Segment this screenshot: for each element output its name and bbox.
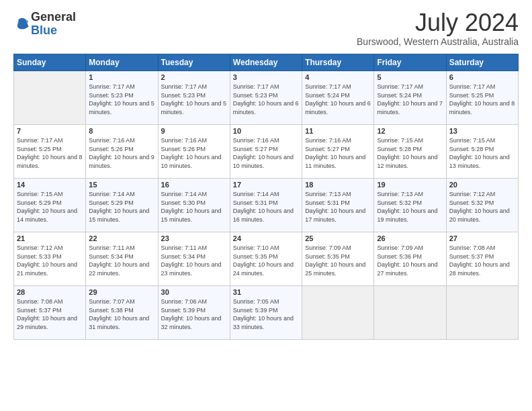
day-info: Sunrise: 7:10 AMSunset: 5:35 PMDaylight:…	[233, 244, 294, 277]
month-title: July 2024	[357, 11, 519, 35]
calendar-table: SundayMondayTuesdayWednesdayThursdayFrid…	[13, 54, 519, 340]
day-info: Sunrise: 7:13 AMSunset: 5:32 PMDaylight:…	[377, 191, 437, 223]
day-info: Sunrise: 7:17 AMSunset: 5:23 PMDaylight:…	[161, 83, 227, 116]
day-info: Sunrise: 7:14 AMSunset: 5:30 PMDaylight:…	[161, 191, 222, 223]
calendar-week-row: 28Sunrise: 7:08 AMSunset: 5:37 PMDayligh…	[14, 286, 519, 340]
day-number: 2	[161, 73, 227, 81]
calendar-cell: 20Sunrise: 7:12 AMSunset: 5:32 PMDayligh…	[446, 179, 518, 232]
day-info: Sunrise: 7:08 AMSunset: 5:37 PMDaylight:…	[449, 244, 510, 277]
day-info: Sunrise: 7:13 AMSunset: 5:31 PMDaylight:…	[305, 191, 365, 223]
calendar-week-row: 21Sunrise: 7:12 AMSunset: 5:33 PMDayligh…	[14, 232, 519, 286]
day-number: 7	[17, 127, 83, 135]
day-info: Sunrise: 7:17 AMSunset: 5:24 PMDaylight:…	[377, 83, 443, 116]
calendar-cell: 14Sunrise: 7:15 AMSunset: 5:29 PMDayligh…	[14, 179, 86, 232]
calendar-cell: 19Sunrise: 7:13 AMSunset: 5:32 PMDayligh…	[374, 179, 446, 232]
calendar-cell: 24Sunrise: 7:10 AMSunset: 5:35 PMDayligh…	[230, 232, 302, 286]
day-number: 1	[89, 73, 154, 81]
day-info: Sunrise: 7:16 AMSunset: 5:27 PMDaylight:…	[233, 137, 294, 169]
day-number: 13	[449, 127, 515, 135]
title-block: July 2024 Burswood, Western Australia, A…	[357, 11, 519, 47]
logo: General Blue	[13, 11, 76, 38]
day-number: 25	[305, 234, 371, 242]
calendar-cell: 2Sunrise: 7:17 AMSunset: 5:23 PMDaylight…	[158, 71, 230, 125]
calendar-cell: 7Sunrise: 7:17 AMSunset: 5:25 PMDaylight…	[14, 125, 86, 179]
calendar-cell: 26Sunrise: 7:09 AMSunset: 5:36 PMDayligh…	[374, 232, 446, 286]
calendar-cell: 3Sunrise: 7:17 AMSunset: 5:23 PMDaylight…	[230, 71, 302, 125]
day-info: Sunrise: 7:17 AMSunset: 5:25 PMDaylight:…	[17, 137, 83, 169]
calendar-cell: 25Sunrise: 7:09 AMSunset: 5:35 PMDayligh…	[302, 232, 374, 286]
day-header-tuesday: Tuesday	[158, 54, 230, 71]
day-number: 5	[377, 73, 443, 81]
day-info: Sunrise: 7:09 AMSunset: 5:36 PMDaylight:…	[377, 244, 437, 277]
day-info: Sunrise: 7:17 AMSunset: 5:23 PMDaylight:…	[233, 83, 299, 116]
day-info: Sunrise: 7:16 AMSunset: 5:26 PMDaylight:…	[161, 137, 222, 169]
day-number: 3	[233, 73, 299, 81]
calendar-cell: 5Sunrise: 7:17 AMSunset: 5:24 PMDaylight…	[374, 71, 446, 125]
day-number: 14	[17, 181, 83, 189]
day-number: 20	[449, 181, 515, 189]
day-number: 11	[305, 127, 371, 135]
logo-general-text: General	[31, 10, 76, 24]
day-header-monday: Monday	[86, 54, 158, 71]
day-info: Sunrise: 7:05 AMSunset: 5:39 PMDaylight:…	[233, 298, 294, 330]
day-info: Sunrise: 7:14 AMSunset: 5:31 PMDaylight:…	[233, 191, 294, 223]
day-header-saturday: Saturday	[446, 54, 518, 71]
day-info: Sunrise: 7:07 AMSunset: 5:38 PMDaylight:…	[89, 298, 149, 330]
day-number: 23	[161, 234, 227, 242]
day-number: 10	[233, 127, 299, 135]
calendar-week-row: 7Sunrise: 7:17 AMSunset: 5:25 PMDaylight…	[14, 125, 519, 179]
day-info: Sunrise: 7:12 AMSunset: 5:33 PMDaylight:…	[17, 244, 77, 277]
calendar-cell	[374, 286, 446, 340]
day-info: Sunrise: 7:15 AMSunset: 5:28 PMDaylight:…	[377, 137, 437, 169]
day-info: Sunrise: 7:11 AMSunset: 5:34 PMDaylight:…	[89, 244, 149, 277]
page-header: General Blue July 2024 Burswood, Western…	[13, 11, 519, 47]
calendar-cell: 6Sunrise: 7:17 AMSunset: 5:25 PMDaylight…	[446, 71, 518, 125]
calendar-cell: 30Sunrise: 7:06 AMSunset: 5:39 PMDayligh…	[158, 286, 230, 340]
day-info: Sunrise: 7:17 AMSunset: 5:25 PMDaylight:…	[449, 83, 515, 116]
calendar-cell	[302, 286, 374, 340]
calendar-week-row: 14Sunrise: 7:15 AMSunset: 5:29 PMDayligh…	[14, 179, 519, 232]
day-number: 27	[449, 234, 515, 242]
day-number: 21	[17, 234, 83, 242]
day-number: 30	[161, 288, 227, 296]
calendar-cell: 29Sunrise: 7:07 AMSunset: 5:38 PMDayligh…	[86, 286, 158, 340]
day-info: Sunrise: 7:11 AMSunset: 5:34 PMDaylight:…	[161, 244, 222, 277]
calendar-cell: 13Sunrise: 7:15 AMSunset: 5:28 PMDayligh…	[446, 125, 518, 179]
day-number: 31	[233, 288, 299, 296]
day-info: Sunrise: 7:06 AMSunset: 5:39 PMDaylight:…	[161, 298, 222, 330]
day-header-friday: Friday	[374, 54, 446, 71]
day-info: Sunrise: 7:16 AMSunset: 5:27 PMDaylight:…	[305, 137, 365, 169]
day-info: Sunrise: 7:09 AMSunset: 5:35 PMDaylight:…	[305, 244, 365, 277]
calendar-cell: 9Sunrise: 7:16 AMSunset: 5:26 PMDaylight…	[158, 125, 230, 179]
calendar-header-row: SundayMondayTuesdayWednesdayThursdayFrid…	[14, 54, 519, 71]
calendar-cell: 28Sunrise: 7:08 AMSunset: 5:37 PMDayligh…	[14, 286, 86, 340]
day-number: 26	[377, 234, 443, 242]
calendar-cell: 17Sunrise: 7:14 AMSunset: 5:31 PMDayligh…	[230, 179, 302, 232]
calendar-cell: 1Sunrise: 7:17 AMSunset: 5:23 PMDaylight…	[86, 71, 158, 125]
day-header-sunday: Sunday	[14, 54, 86, 71]
day-number: 4	[305, 73, 371, 81]
calendar-cell: 23Sunrise: 7:11 AMSunset: 5:34 PMDayligh…	[158, 232, 230, 286]
day-number: 24	[233, 234, 299, 242]
day-number: 28	[17, 288, 83, 296]
day-info: Sunrise: 7:16 AMSunset: 5:26 PMDaylight:…	[89, 137, 154, 169]
day-info: Sunrise: 7:15 AMSunset: 5:28 PMDaylight:…	[449, 137, 510, 169]
calendar-cell: 27Sunrise: 7:08 AMSunset: 5:37 PMDayligh…	[446, 232, 518, 286]
day-number: 15	[89, 181, 154, 189]
day-number: 29	[89, 288, 154, 296]
day-header-wednesday: Wednesday	[230, 54, 302, 71]
calendar-cell: 21Sunrise: 7:12 AMSunset: 5:33 PMDayligh…	[14, 232, 86, 286]
calendar-cell: 22Sunrise: 7:11 AMSunset: 5:34 PMDayligh…	[86, 232, 158, 286]
location-subtitle: Burswood, Western Australia, Australia	[357, 36, 519, 47]
calendar-cell: 15Sunrise: 7:14 AMSunset: 5:29 PMDayligh…	[86, 179, 158, 232]
day-number: 12	[377, 127, 443, 135]
calendar-cell: 16Sunrise: 7:14 AMSunset: 5:30 PMDayligh…	[158, 179, 230, 232]
day-info: Sunrise: 7:15 AMSunset: 5:29 PMDaylight:…	[17, 191, 77, 223]
calendar-cell: 4Sunrise: 7:17 AMSunset: 5:24 PMDaylight…	[302, 71, 374, 125]
day-info: Sunrise: 7:17 AMSunset: 5:23 PMDaylight:…	[89, 83, 154, 116]
logo-blue-text: Blue	[31, 24, 57, 37]
day-header-thursday: Thursday	[302, 54, 374, 71]
calendar-cell	[14, 71, 86, 125]
day-info: Sunrise: 7:12 AMSunset: 5:32 PMDaylight:…	[449, 191, 510, 223]
day-number: 22	[89, 234, 154, 242]
